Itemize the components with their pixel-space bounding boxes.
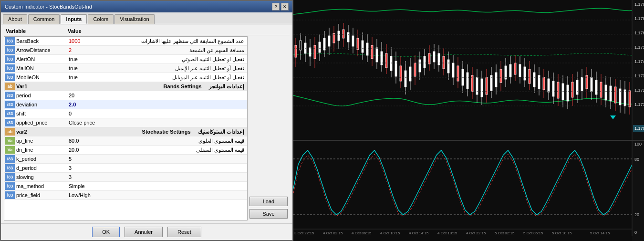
svg-rect-40 [385, 53, 387, 68]
tab-colors[interactable]: Colors [88, 14, 114, 24]
table-row: i83 price_field Low/High [4, 191, 247, 200]
svg-rect-10 [314, 45, 316, 59]
svg-text:4 Oct 18:15: 4 Oct 18:15 [437, 231, 457, 235]
save-button[interactable]: Save [249, 209, 288, 219]
svg-rect-102 [533, 73, 535, 87]
row-name: applied_price [16, 120, 69, 126]
svg-rect-44 [395, 61, 397, 76]
row-icon-i83: i83 [5, 92, 15, 99]
table-row: i83 applied_price Close price [4, 118, 247, 127]
row-value: 5 [69, 156, 116, 162]
row-icon-i83: i83 [5, 110, 15, 117]
svg-rect-48 [405, 71, 406, 87]
svg-rect-58 [428, 53, 430, 64]
svg-rect-68 [452, 63, 454, 77]
svg-rect-92 [509, 64, 511, 77]
dialog-title: Custom Indicator - StocBandsOut-Ind [5, 4, 92, 10]
row-value: 2.0 [69, 102, 116, 107]
row-icon-i83: i83 [5, 46, 15, 54]
tab-visualization[interactable]: Visualization [114, 14, 155, 24]
col-variable-header: Variable [6, 28, 68, 34]
table-row: i83 ArrowDistance 2 مسافة السهم عن الشمع… [4, 46, 247, 55]
tab-common[interactable]: Common [28, 14, 60, 24]
row-desc: تفعيل او تعطيل التنبيه الصوتي [116, 56, 246, 63]
svg-rect-136 [614, 87, 616, 103]
svg-rect-110 [552, 81, 554, 96]
row-value: true [69, 65, 116, 71]
row-name: price_field [16, 192, 69, 198]
close-button[interactable]: ✕ [281, 3, 289, 10]
svg-rect-96 [519, 64, 521, 77]
svg-rect-80 [481, 79, 483, 97]
title-bar-buttons: ? ✕ [272, 3, 289, 10]
chart-area: 1.17885 1.17800 1.17675 1.17570 1.17465 … [293, 0, 644, 241]
svg-rect-120 [576, 80, 578, 94]
svg-rect-56 [424, 56, 426, 68]
svg-rect-142 [629, 91, 631, 107]
section-header-bands: ab Var1 إعدادات البولنجر Bands Settings [4, 82, 247, 91]
row-icon-va: Va [5, 137, 15, 145]
svg-text:1.17150: 1.17150 [634, 102, 644, 107]
svg-rect-42 [390, 56, 392, 71]
row-value: Close price [69, 120, 116, 126]
row-icon-i83: i83 [5, 182, 15, 190]
svg-text:4 Oct 14:15: 4 Oct 14:15 [409, 231, 429, 235]
title-bar: Custom Indicator - StocBandsOut-Ind ? ✕ [1, 1, 292, 12]
svg-rect-52 [414, 63, 416, 76]
footer-buttons: OK Annuler Reset [1, 223, 292, 240]
row-value: Simple [69, 183, 116, 189]
row-name: ArrowDistance [16, 47, 69, 53]
tab-inputs[interactable]: Inputs [61, 14, 87, 24]
table-row: i83 deviation 2.0 [4, 100, 247, 109]
svg-rect-165 [632, 141, 644, 241]
row-icon-va: Va [5, 146, 15, 154]
reset-button[interactable]: Reset [167, 227, 201, 237]
ok-button[interactable]: OK [92, 227, 120, 237]
svg-rect-12 [319, 42, 321, 52]
section-title-bands: إعدادات البولنجر Bands Settings [116, 84, 246, 90]
svg-text:80: 80 [634, 157, 639, 162]
svg-rect-22 [343, 30, 344, 38]
row-desc: عدد الشموع السابقة التي ستظهر عليها الاش… [116, 38, 246, 44]
main-chart-svg: 1.17885 1.17800 1.17675 1.17570 1.17465 … [293, 0, 644, 140]
svg-text:5 Oct 10:15: 5 Oct 10:15 [552, 231, 572, 235]
svg-rect-100 [529, 69, 530, 84]
svg-rect-106 [543, 77, 545, 90]
svg-text:5 Oct 14:15: 5 Oct 14:15 [590, 231, 610, 235]
help-button[interactable]: ? [272, 3, 280, 10]
svg-rect-122 [581, 77, 583, 91]
parameters-table[interactable]: i83 BarsBack 1000 عدد الشموع السابقة الت… [4, 36, 248, 220]
table-row: i83 AlertON true تفعيل او تعطيل التنبيه … [4, 55, 247, 64]
svg-rect-132 [605, 85, 607, 100]
row-value: 2 [69, 47, 116, 53]
svg-text:5 Oct 02:15: 5 Oct 02:15 [495, 231, 515, 235]
load-button[interactable]: Load [249, 197, 288, 206]
row-name: period [16, 93, 69, 98]
row-value: 20 [69, 93, 116, 98]
svg-rect-94 [514, 63, 516, 74]
section-header-stochastic: ab var2 إعدادات الستوكاستيك Stochastic S… [4, 127, 247, 136]
svg-rect-112 [557, 82, 559, 98]
svg-rect-140 [624, 90, 626, 106]
row-value: 20.0 [69, 147, 116, 153]
svg-rect-28 [357, 38, 359, 50]
svg-rect-2 [295, 45, 297, 57]
row-name: k_period [16, 156, 69, 162]
svg-rect-54 [419, 60, 421, 72]
row-name: slowing [16, 174, 69, 180]
cancel-button[interactable]: Annuler [125, 227, 163, 237]
svg-rect-84 [490, 75, 492, 91]
svg-rect-86 [495, 73, 497, 87]
svg-rect-60 [433, 52, 435, 62]
tab-about[interactable]: About [3, 14, 27, 24]
row-icon-ab: ab [5, 128, 15, 136]
table-row: i83 d_period 3 [4, 164, 247, 173]
svg-text:4 Oct 22:15: 4 Oct 22:15 [466, 231, 486, 235]
table-header: Variable Value [4, 27, 290, 35]
svg-rect-98 [524, 67, 526, 80]
svg-rect-16 [328, 36, 330, 46]
svg-text:4 Oct 10:15: 4 Oct 10:15 [380, 231, 400, 235]
svg-rect-24 [347, 32, 349, 42]
svg-text:100: 100 [634, 142, 642, 147]
svg-rect-46 [400, 66, 402, 81]
